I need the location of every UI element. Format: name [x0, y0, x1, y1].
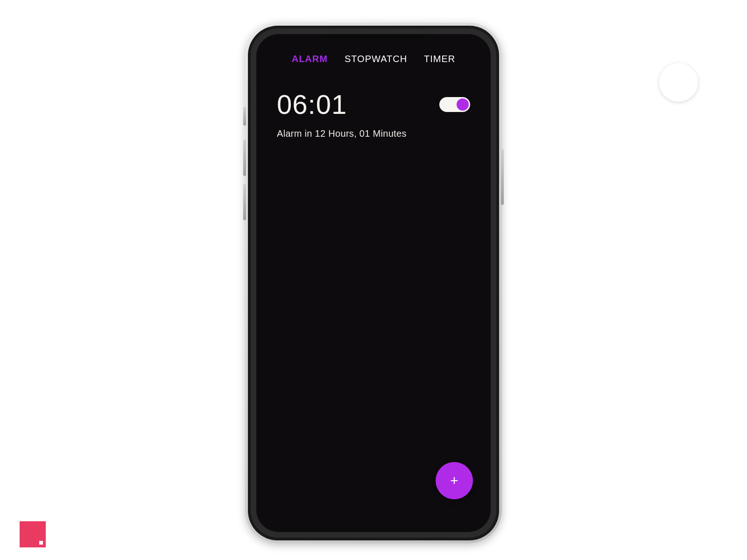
phone-volume-up — [243, 140, 246, 176]
phone-notch — [320, 34, 427, 38]
alarm-time[interactable]: 06:01 — [277, 89, 347, 120]
tab-alarm[interactable]: ALARM — [292, 54, 328, 64]
alarm-countdown-text: Alarm in 12 Hours, 01 Minutes — [277, 128, 470, 139]
plus-icon: + — [450, 474, 458, 488]
phone-volume-down — [243, 184, 246, 220]
phone-power-button — [501, 149, 504, 205]
add-alarm-button[interactable]: + — [436, 462, 473, 499]
alarm-toggle[interactable] — [439, 97, 470, 112]
tab-timer[interactable]: TIMER — [424, 54, 455, 64]
toggle-knob — [457, 98, 469, 111]
top-tabs: ALARM STOPWATCH TIMER — [256, 34, 491, 64]
tab-stopwatch[interactable]: STOPWATCH — [345, 54, 407, 64]
floating-action-hint[interactable] — [659, 63, 698, 102]
brand-mark — [20, 521, 46, 547]
phone-mockup: ALARM STOPWATCH TIMER 06:01 Alarm in 12 … — [245, 23, 502, 543]
alarm-item: 06:01 Alarm in 12 Hours, 01 Minutes — [256, 64, 491, 139]
app-screen: ALARM STOPWATCH TIMER 06:01 Alarm in 12 … — [256, 34, 491, 532]
phone-mute-switch — [243, 107, 246, 126]
